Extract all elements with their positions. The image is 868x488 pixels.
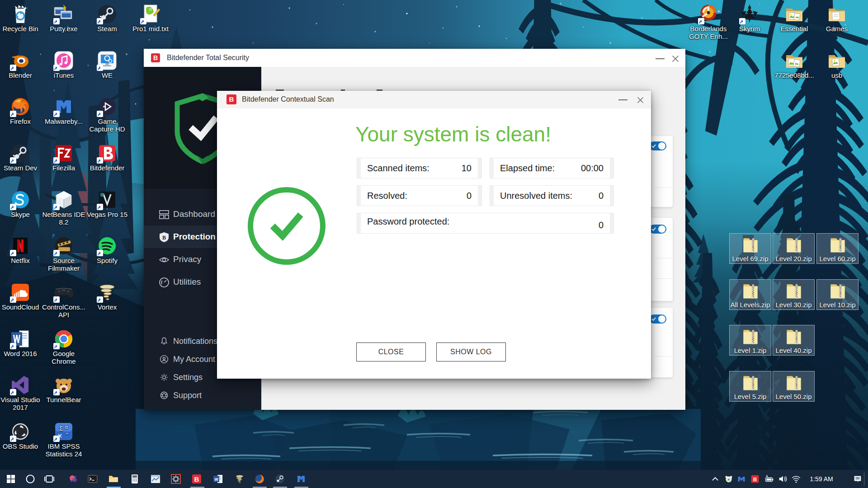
svg-text:α: α <box>65 425 68 430</box>
svg-text:B: B <box>753 476 757 482</box>
svg-text:Σ: Σ <box>59 425 63 432</box>
svg-text:÷: ÷ <box>66 431 69 437</box>
svg-text:B: B <box>162 235 166 241</box>
svg-text:W: W <box>214 477 218 482</box>
svg-text:B: B <box>194 475 199 483</box>
